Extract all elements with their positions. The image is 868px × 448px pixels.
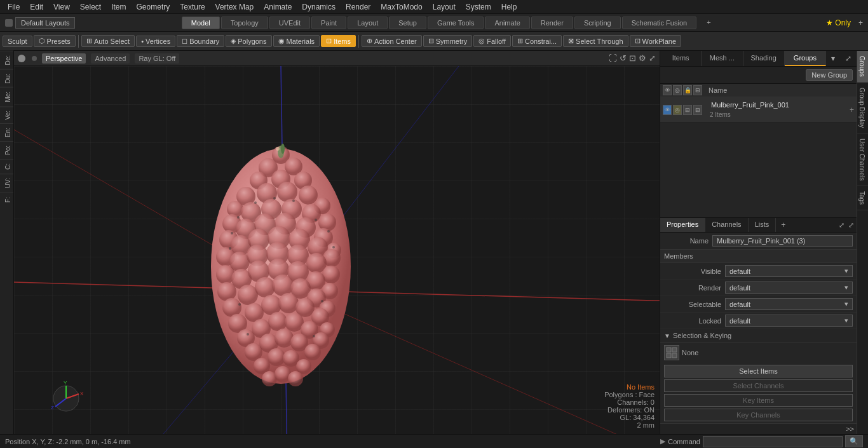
items-button[interactable]: ⊡ Items — [321, 35, 356, 47]
rpanel-tab-mesh[interactable]: Mesh ... — [702, 51, 743, 66]
vtab-group-display[interactable]: Group Display — [857, 83, 868, 133]
viewport-toggle[interactable] — [18, 55, 25, 62]
visible-dropdown[interactable]: default ▾ — [725, 265, 853, 277]
viewport-advanced[interactable]: Advanced — [91, 53, 130, 64]
key-channels-button[interactable]: Key Channels — [664, 409, 853, 421]
vp-rotate-icon[interactable]: ↺ — [620, 53, 627, 63]
menu-render[interactable]: Render — [341, 1, 376, 13]
vtab-groups[interactable]: Groups — [857, 51, 868, 83]
group-add-button[interactable]: + — [847, 104, 857, 116]
canvas-area[interactable]: No Items Polygons : Face Channels: 0 Def… — [14, 66, 660, 434]
section-toggle-icon[interactable]: ▼ — [664, 332, 670, 339]
props-tab-lists[interactable]: Lists — [749, 218, 776, 232]
tab-paint[interactable]: Paint — [311, 17, 346, 29]
menu-edit[interactable]: Edit — [25, 1, 48, 13]
menu-dynamics[interactable]: Dynamics — [297, 1, 341, 13]
menu-texture[interactable]: Texture — [175, 1, 210, 13]
left-tab-f[interactable]: F: — [0, 193, 13, 207]
vp-maximize-icon[interactable]: ⛶ — [609, 53, 617, 63]
menu-geometry[interactable]: Geometry — [132, 1, 175, 13]
tab-uvedit[interactable]: UVEdit — [269, 17, 310, 29]
props-tab-properties[interactable]: Properties — [660, 218, 705, 232]
vtab-user-channels[interactable]: User Channels — [857, 133, 868, 186]
sculpt-button[interactable]: Sculpt — [3, 36, 32, 47]
tab-schematic-fusion[interactable]: Schematic Fusion — [622, 17, 696, 29]
menu-help[interactable]: Help — [496, 1, 522, 13]
menu-layout[interactable]: Layout — [428, 1, 461, 13]
vertices-button[interactable]: • Vertices — [136, 36, 175, 47]
materials-button[interactable]: ◉ Materials — [273, 35, 320, 47]
left-tab-du[interactable]: Du: — [0, 69, 13, 88]
layout-icon[interactable] — [5, 19, 13, 27]
key-items-button[interactable]: Key Items — [664, 394, 853, 407]
selectable-dropdown[interactable]: default ▾ — [725, 298, 853, 310]
menu-system[interactable]: System — [461, 1, 496, 13]
left-tab-uv[interactable]: UV: — [0, 173, 13, 192]
locked-dropdown[interactable]: default ▾ — [725, 315, 853, 327]
render-dropdown[interactable]: default ▾ — [725, 282, 853, 294]
left-tab-de[interactable]: De: — [0, 51, 13, 69]
symmetry-button[interactable]: ⊟ Symmetry — [423, 35, 473, 47]
name-input[interactable] — [712, 235, 853, 247]
add-layout-button[interactable]: + — [858, 18, 863, 27]
rpanel-tab-shading[interactable]: Shading — [743, 51, 785, 66]
command-input[interactable] — [703, 436, 843, 447]
props-tab-channels[interactable]: Channels — [705, 218, 748, 232]
tab-game-tools[interactable]: Game Tools — [428, 17, 484, 29]
group-render-icon[interactable]: ◎ — [673, 105, 682, 115]
rpanel-tab-items[interactable]: Items — [660, 51, 702, 66]
props-popout-icon[interactable]: ⤢ — [848, 221, 854, 229]
command-arrow-icon[interactable]: ▶ — [660, 437, 665, 445]
menu-item[interactable]: Item — [106, 1, 131, 13]
left-tab-ve[interactable]: Ve: — [0, 106, 13, 123]
groups-icon-other[interactable]: ⊟ — [693, 85, 702, 95]
rpanel-add-icon[interactable]: ⤢ — [840, 51, 857, 66]
group-visibility-icon[interactable]: 👁 — [663, 105, 672, 115]
viewport-perspective[interactable]: Perspective — [42, 53, 86, 64]
scroll-down-icon[interactable]: >> — [846, 425, 854, 433]
tab-setup[interactable]: Setup — [389, 17, 426, 29]
constrain-button[interactable]: ⊞ Constrai... — [512, 35, 562, 47]
props-expand-icon[interactable]: ⤢ — [839, 221, 844, 229]
action-center-button[interactable]: ⊕ Action Center — [362, 35, 422, 47]
menu-vertex-map[interactable]: Vertex Map — [210, 1, 259, 13]
viewport[interactable]: Perspective Advanced Ray GL: Off ⛶ ↺ ⊡ ⚙… — [14, 51, 660, 434]
menu-animate[interactable]: Animate — [259, 1, 297, 13]
groups-icon-lock[interactable]: 🔒 — [683, 85, 692, 95]
group-lock-icon[interactable]: ⊟ — [683, 105, 692, 115]
boundary-button[interactable]: ◻ Boundary — [177, 35, 224, 47]
auto-select-button[interactable]: ⊞ Auto Select — [81, 35, 135, 47]
select-items-button[interactable]: Select Items — [664, 365, 853, 377]
vp-camera-icon[interactable]: ⊡ — [629, 53, 636, 63]
viewport-dot[interactable] — [32, 56, 37, 61]
command-search-button[interactable]: 🔍 — [845, 435, 863, 447]
tab-animate[interactable]: Animate — [485, 17, 529, 29]
groups-icon-eye[interactable]: 👁 — [663, 85, 672, 95]
group-row[interactable]: 👁 ◎ ⊟ ⊟ Mulberry_Fruit_Pink_001 2 Items … — [660, 97, 857, 123]
menu-select[interactable]: Select — [75, 1, 106, 13]
menu-view[interactable]: View — [48, 1, 75, 13]
menu-file[interactable]: File — [3, 1, 25, 13]
left-tab-po[interactable]: Po: — [0, 141, 13, 159]
viewport-raygl[interactable]: Ray GL: Off — [135, 53, 179, 64]
tab-topology[interactable]: Topology — [221, 17, 268, 29]
presets-button[interactable]: ⬡ Presets — [34, 35, 76, 47]
rpanel-tab-groups[interactable]: Groups — [785, 51, 826, 66]
layout-dropdown[interactable]: Default Layouts — [15, 17, 75, 29]
vp-expand-icon[interactable]: ⤢ — [649, 53, 656, 63]
falloff-button[interactable]: ◎ Falloff — [473, 35, 511, 47]
rpanel-expand-icon[interactable]: ▾ — [826, 51, 840, 66]
tab-add[interactable]: + — [698, 17, 719, 29]
left-tab-c[interactable]: C: — [0, 159, 13, 173]
tab-render[interactable]: Render — [531, 17, 573, 29]
vp-settings-icon[interactable]: ⚙ — [639, 53, 646, 63]
select-through-button[interactable]: ⊠ Select Through — [563, 35, 628, 47]
tab-model[interactable]: Model — [182, 17, 220, 29]
group-other-icon[interactable]: ⊟ — [693, 105, 702, 115]
select-channels-button[interactable]: Select Channels — [664, 379, 853, 392]
props-tab-add[interactable]: + — [776, 218, 790, 232]
left-tab-en[interactable]: En: — [0, 123, 13, 141]
tab-layout[interactable]: Layout — [348, 17, 388, 29]
star-button[interactable]: ★ Only — [826, 18, 851, 27]
groups-icon-render[interactable]: ◎ — [673, 85, 682, 95]
